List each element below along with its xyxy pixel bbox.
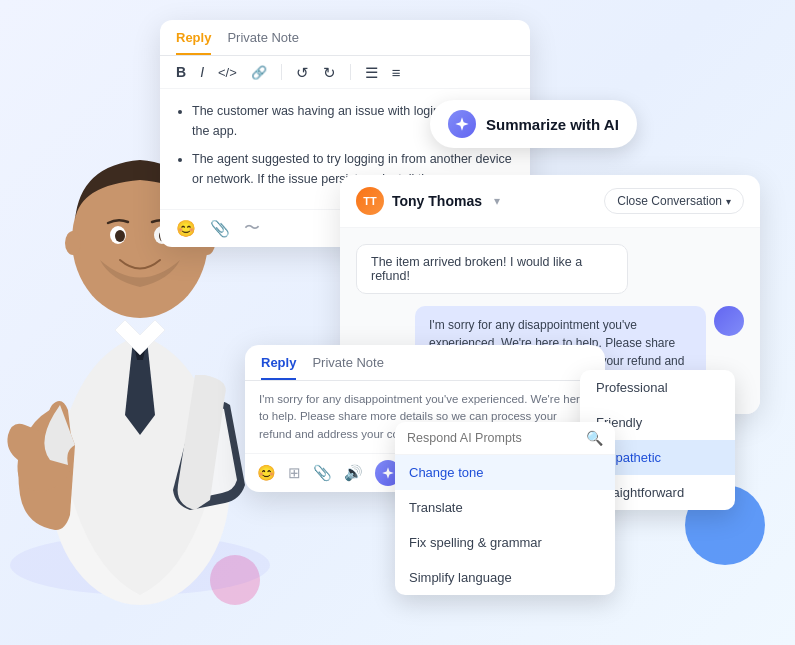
prompt-translate[interactable]: Translate — [395, 490, 615, 525]
tab-private-note[interactable]: Private Note — [227, 30, 299, 55]
link-button[interactable]: 🔗 — [251, 66, 267, 79]
reply-emoji-button[interactable]: 😊 — [257, 464, 276, 482]
close-conversation-label: Close Conversation — [617, 194, 722, 208]
customer-message: The item arrived broken! I would like a … — [356, 244, 628, 294]
chevron-down-icon-close: ▾ — [726, 196, 731, 207]
toolbar-divider — [281, 64, 282, 80]
italic-button[interactable]: I — [200, 65, 204, 79]
tone-professional[interactable]: Professional — [580, 370, 735, 405]
user-info: TT Tony Thomas ▾ — [356, 187, 500, 215]
prompts-search-box: 🔍 — [395, 422, 615, 455]
chat-header: TT Tony Thomas ▾ Close Conversation ▾ — [340, 175, 760, 228]
ai-prompts-panel: 🔍 Change tone Translate Fix spelling & g… — [395, 422, 615, 595]
redo-button[interactable]: ↻ — [323, 65, 336, 80]
emoji-button[interactable]: 😊 — [176, 219, 196, 238]
svg-point-7 — [65, 231, 81, 255]
agent-avatar — [714, 306, 744, 336]
code-button[interactable]: </> — [218, 66, 237, 79]
undo-button[interactable]: ↺ — [296, 65, 309, 80]
prompts-search-input[interactable] — [407, 431, 578, 445]
reply-audio-button[interactable]: 🔊 — [344, 464, 363, 482]
ai-icon — [448, 110, 476, 138]
chevron-down-icon[interactable]: ▾ — [494, 194, 500, 208]
prompt-fix-spelling[interactable]: Fix spelling & grammar — [395, 525, 615, 560]
pulse-button[interactable]: 〜 — [244, 218, 260, 239]
user-name: Tony Thomas — [392, 193, 482, 209]
editor-tabs: Reply Private Note — [160, 20, 530, 56]
tab-reply[interactable]: Reply — [176, 30, 211, 55]
attachment-button[interactable]: 📎 — [210, 219, 230, 238]
ordered-list-button[interactable]: ≡ — [392, 65, 401, 80]
reply-tab-private[interactable]: Private Note — [312, 355, 384, 380]
summarize-label: Summarize with AI — [486, 116, 619, 133]
svg-point-5 — [115, 230, 125, 242]
reply-template-button[interactable]: ⊞ — [288, 464, 301, 482]
editor-toolbar: B I </> 🔗 ↺ ↻ ☰ ≡ — [160, 56, 530, 89]
reply-tab-reply[interactable]: Reply — [261, 355, 296, 380]
summarize-ai-badge[interactable]: Summarize with AI — [430, 100, 637, 148]
user-avatar: TT — [356, 187, 384, 215]
close-conversation-button[interactable]: Close Conversation ▾ — [604, 188, 744, 214]
prompt-change-tone[interactable]: Change tone — [395, 455, 615, 490]
prompt-simplify[interactable]: Simplify language — [395, 560, 615, 595]
reply-attachment-button[interactable]: 📎 — [313, 464, 332, 482]
toolbar-divider2 — [350, 64, 351, 80]
list-button[interactable]: ☰ — [365, 65, 378, 80]
bold-button[interactable]: B — [176, 65, 186, 79]
search-icon: 🔍 — [586, 430, 603, 446]
reply-tabs: Reply Private Note — [245, 345, 605, 381]
